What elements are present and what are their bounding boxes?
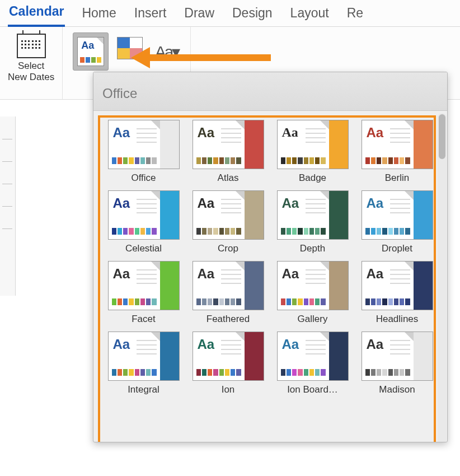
theme-item-ion-board-[interactable]: AaIon Board… [271, 329, 354, 398]
theme-swatch-row [112, 298, 157, 305]
vertical-ruler [0, 116, 16, 296]
theme-thumbnail: Aa [108, 190, 180, 240]
theme-item-atlas[interactable]: AaAtlas [187, 118, 269, 186]
theme-sample-text: Aa [113, 337, 130, 352]
theme-swatch-row [365, 157, 410, 164]
theme-item-crop[interactable]: AaCrop [187, 188, 269, 256]
themes-button[interactable]: Aa [73, 32, 109, 71]
theme-label: Badge [299, 172, 326, 184]
theme-thumbnail: Aa [108, 332, 180, 381]
themes-icon: Aa [77, 37, 104, 66]
theme-label: Celestial [125, 243, 162, 254]
theme-thumbnail: Aa [277, 120, 349, 169]
theme-thumbnail: Aa [362, 261, 433, 310]
theme-sample-text: Aa [198, 337, 215, 352]
ribbon-tabs: Calendar Home Insert Draw Design Layout … [0, 0, 460, 27]
theme-sample-text: Aa [198, 125, 215, 141]
theme-sample-text: Aa [367, 125, 384, 141]
theme-thumbnail: Aa [277, 190, 349, 240]
themes-scrollbar[interactable] [438, 113, 447, 442]
theme-label: Atlas [218, 172, 239, 184]
themes-section-header: Office [93, 72, 447, 111]
themes-dropdown: Office AaOfficeAaAtlasAaBadgeAaBerlinAaC… [93, 72, 448, 442]
theme-sample-text: Aa [367, 337, 384, 352]
theme-label: Berlin [385, 172, 409, 184]
theme-label: Depth [300, 243, 325, 254]
theme-sample-text: Aa [282, 195, 299, 211]
theme-thumbnail: Aa [193, 332, 264, 381]
theme-swatch-row [365, 298, 410, 305]
theme-thumbnail: Aa [193, 261, 264, 310]
theme-swatch-row [281, 157, 326, 164]
theme-label: Ion Board… [287, 384, 338, 395]
theme-thumbnail: Aa [193, 190, 264, 240]
theme-item-facet[interactable]: AaFacet [102, 259, 185, 327]
theme-sample-text: Aa [198, 195, 215, 211]
theme-item-office[interactable]: AaOffice [102, 118, 185, 186]
theme-item-integral[interactable]: AaIntegral [102, 329, 185, 398]
theme-thumbnail: Aa [277, 332, 349, 381]
theme-label: Feathered [206, 314, 250, 325]
theme-thumbnail: Aa [108, 261, 180, 310]
theme-thumbnail: Aa [108, 120, 180, 169]
theme-label: Madison [379, 384, 415, 395]
theme-sample-text: Aa [367, 266, 384, 282]
theme-item-droplet[interactable]: AaDroplet [356, 188, 438, 256]
tab-layout[interactable]: Layout [289, 3, 330, 26]
theme-sample-text: Aa [282, 266, 299, 282]
calendar-icon [17, 34, 46, 58]
theme-sample-text: Aa [367, 195, 384, 211]
tab-calendar[interactable]: Calendar [8, 2, 65, 27]
theme-item-badge[interactable]: AaBadge [271, 118, 354, 186]
fonts-icon: Aa▾ [155, 42, 179, 62]
themes-dropdown-body: AaOfficeAaAtlasAaBadgeAaBerlinAaCelestia… [93, 111, 447, 442]
select-new-dates-button[interactable]: Select New Dates [8, 31, 54, 82]
theme-item-ion[interactable]: AaIon [187, 329, 269, 398]
tab-references-partial[interactable]: Re [346, 3, 364, 26]
theme-thumbnail: Aa [193, 120, 264, 169]
theme-swatch-row [112, 157, 157, 164]
tab-design[interactable]: Design [231, 3, 274, 26]
colors-icon [117, 37, 143, 59]
theme-swatch-row [365, 228, 410, 235]
theme-item-gallery[interactable]: AaGallery [271, 259, 354, 327]
group-select-dates: Select New Dates [0, 27, 63, 99]
themes-scrollbar-thumb[interactable] [439, 114, 445, 159]
theme-swatch-row [196, 157, 241, 164]
tab-insert[interactable]: Insert [133, 3, 168, 26]
theme-item-madison[interactable]: AaMadison [356, 329, 438, 398]
theme-label: Ion [222, 384, 235, 395]
theme-label: Headlines [376, 314, 419, 325]
theme-item-celestial[interactable]: AaCelestial [102, 188, 185, 256]
theme-swatch-row [281, 228, 326, 235]
theme-label: Droplet [382, 243, 412, 254]
tab-home[interactable]: Home [81, 3, 117, 26]
theme-sample-text: Aa [113, 195, 130, 211]
theme-fonts-button[interactable]: Aa▾ [151, 36, 182, 67]
theme-thumbnail: Aa [277, 261, 349, 310]
theme-swatch-row [281, 298, 326, 305]
theme-sample-text: Aa [113, 266, 130, 282]
theme-sample-text: Aa [282, 337, 299, 352]
theme-swatch-row [196, 228, 241, 235]
tab-draw[interactable]: Draw [183, 3, 215, 26]
theme-item-headlines[interactable]: AaHeadlines [356, 259, 438, 327]
theme-label: Crop [218, 243, 238, 254]
theme-sample-text: Aa [113, 125, 130, 141]
theme-swatch-row [112, 369, 157, 376]
theme-label: Integral [128, 384, 159, 395]
theme-item-berlin[interactable]: AaBerlin [356, 118, 438, 186]
theme-colors-button[interactable] [114, 32, 145, 64]
theme-label: Office [131, 172, 156, 184]
theme-swatch-row [281, 369, 326, 376]
theme-swatch-row [365, 369, 410, 376]
theme-label: Gallery [298, 314, 328, 325]
theme-swatch-row [196, 298, 241, 305]
theme-sample-text: Aa [198, 266, 215, 282]
theme-thumbnail: Aa [362, 190, 433, 240]
theme-item-feathered[interactable]: AaFeathered [187, 259, 269, 327]
theme-sample-text: Aa [282, 125, 298, 140]
theme-item-depth[interactable]: AaDepth [271, 188, 354, 256]
theme-thumbnail: Aa [362, 120, 433, 169]
themes-grid: AaOfficeAaAtlasAaBadgeAaBerlinAaCelestia… [93, 111, 447, 404]
